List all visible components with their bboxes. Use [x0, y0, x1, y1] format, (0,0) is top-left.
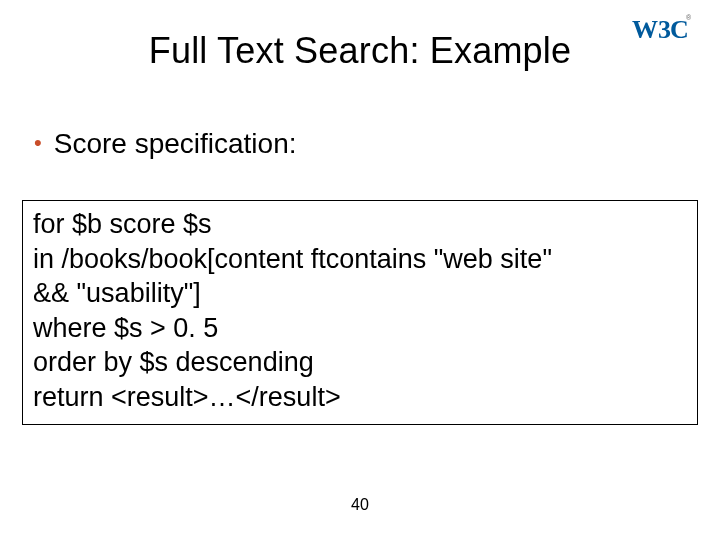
page-number: 40 [0, 496, 720, 514]
bullet-text: Score specification: [54, 128, 297, 160]
svg-text:W3: W3 [632, 15, 671, 44]
slide-title: Full Text Search: Example [0, 0, 720, 72]
code-example-box: for $b score $s in /books/book[content f… [22, 200, 698, 425]
bullet-item: • Score specification: [0, 128, 720, 160]
bullet-marker: • [34, 128, 42, 158]
w3c-logo: W3 C ® [632, 12, 692, 48]
svg-text:®: ® [686, 14, 692, 21]
